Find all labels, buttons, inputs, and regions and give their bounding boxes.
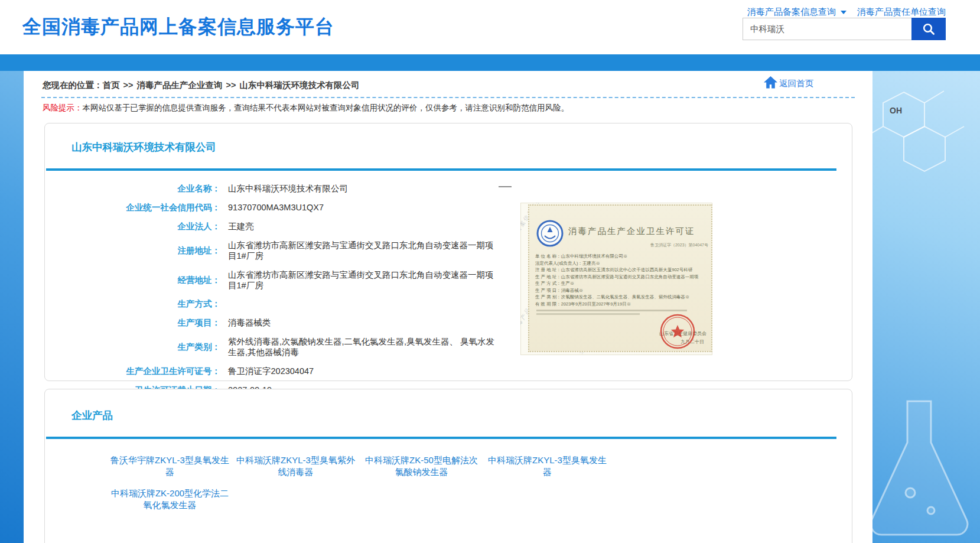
certificate-line-value: 消毒器械※ — [561, 288, 584, 293]
certificate-line-label: 生 产 项 目： — [535, 288, 561, 293]
field-label: 经营地址： — [45, 275, 220, 285]
products-card-title: 企业产品 — [45, 389, 852, 422]
certificate-line-value: 山东省潍坊高新区玉清东街以北中心次干道以西高新大厦902号科研 — [561, 267, 693, 272]
company-fields: 企业名称： 山东中科瑞沃环境技术有限公司 企业统一社会信用代码： 9137070… — [45, 179, 515, 399]
product-link[interactable]: 鲁沃华宇牌ZKYL-3型臭氧发生器 — [107, 454, 233, 478]
certificate-line: 有 效 期 限：2023年9月20日至2027年9月19日※ — [535, 301, 711, 308]
product-link[interactable]: 中科瑞沃牌ZK-200型化学法二氧化氯发生器 — [107, 487, 233, 511]
breadcrumb-prefix: 您现在的位置： — [43, 80, 103, 90]
product-link[interactable]: 中科瑞沃牌ZK-50型电解法次氯酸钠发生器 — [359, 454, 484, 478]
red-seal-icon — [659, 313, 696, 350]
field-row: 生产企业卫生许可证号： 鲁卫消证字202304047 — [45, 362, 515, 381]
breadcrumb-home[interactable]: 首页 — [103, 80, 120, 90]
main-panel: 您现在的位置：首页>>消毒产品生产企业查询>>山东中科瑞沃环境技术有限公司 返回… — [24, 71, 872, 543]
field-value: 鲁卫消证字202304047 — [220, 366, 501, 376]
certificate-line-label: 单 位 名 称： — [535, 253, 561, 259]
certificate-title: 消毒产品生产企业卫生许可证 — [568, 226, 695, 237]
nav-record-info-label: 消毒产品备案信息查询 — [747, 6, 836, 18]
company-card-title: 山东中科瑞沃环境技术有限公司 — [45, 123, 852, 154]
search-button[interactable] — [911, 18, 946, 40]
certificate-line-label: 生 产 地 址： — [535, 274, 561, 279]
certificate-lines: 单 位 名 称：山东中科瑞沃环境技术有限公司※ 法定代表人(或负责人)：王建亮※… — [535, 253, 711, 307]
field-label: 生产项目： — [45, 318, 220, 328]
company-info-card: 山东中科瑞沃环境技术有限公司 企业名称： 山东中科瑞沃环境技术有限公司 企业统一… — [44, 123, 852, 381]
certificate-dash — [499, 186, 512, 187]
field-row: 注册地址： 山东省潍坊市高新区潍安路与宝通街交叉路口东北角自动变速器一期项目1#… — [45, 236, 515, 265]
field-row: 生产项目： 消毒器械类 — [45, 313, 515, 332]
header-band — [0, 54, 980, 71]
certificate-footnote — [536, 313, 640, 315]
field-value: 王建亮 — [220, 221, 501, 232]
field-row: 生产方式： — [45, 295, 515, 313]
product-list: 鲁沃华宇牌ZKYL-3型臭氧发生器 中科瑞沃牌ZKYL-3型臭氧紫外线消毒器 中… — [107, 454, 852, 511]
products-card: 企业产品 鲁沃华宇牌ZKYL-3型臭氧发生器 中科瑞沃牌ZKYL-3型臭氧紫外线… — [44, 389, 852, 543]
field-label: 企业统一社会信用代码： — [45, 203, 220, 213]
field-row: 生产类别： 紫外线消毒器,次氯酸钠发生器,二氧化氯发生器,臭氧发生器、 臭氧水发… — [45, 332, 515, 362]
back-home-label: 返回首页 — [779, 78, 813, 89]
certificate-line: 生 产 类 别：次氯酸钠发生器、二氧化氯发生器、臭氧发生器、紫外线消毒器※ — [535, 294, 711, 301]
risk-notice: 风险提示：本网站仅基于已掌握的信息提供查询服务，查询结果不代表本网站对被查询对象… — [43, 103, 569, 113]
breadcrumb-separator: >> — [123, 80, 134, 90]
home-icon — [763, 76, 778, 89]
breadcrumb: 您现在的位置：首页>>消毒产品生产企业查询>>山东中科瑞沃环境技术有限公司 — [43, 80, 359, 91]
search-input[interactable] — [743, 18, 911, 40]
certificate-line: 单 位 名 称：山东中科瑞沃环境技术有限公司※ — [535, 253, 711, 260]
site-title: 全国消毒产品网上备案信息服务平台 — [22, 14, 334, 40]
certificate-line: 注 册 地 址：山东省潍坊高新区玉清东街以北中心次干道以西高新大厦902号科研 — [535, 266, 711, 274]
certificate-line-label: 生 产 类 别： — [535, 294, 561, 300]
certificate-line-label: 法定代表人(或负责人)： — [535, 261, 582, 266]
section-divider — [46, 437, 836, 439]
search-bar — [743, 18, 946, 40]
field-value: 山东省潍坊市高新区潍安路与宝通街交叉路口东北角自动变速器一期项目1#厂房 — [220, 269, 501, 291]
breadcrumb-company-query[interactable]: 消毒产品生产企业查询 — [136, 80, 222, 90]
certificate-line: 法定代表人(或负责人)：王建亮※ — [535, 260, 711, 267]
molecule-decoration: OH — [868, 74, 972, 193]
product-link[interactable]: 中科瑞沃牌ZKYL-3型臭氧发生器 — [484, 454, 610, 478]
certificate-line-value: 2023年9月20日至2027年9月19日※ — [561, 301, 631, 307]
top-nav: 消毒产品备案信息查询 消毒产品责任单位查询 — [747, 6, 946, 18]
field-label: 生产企业卫生许可证号： — [45, 366, 220, 376]
field-label: 企业名称： — [45, 184, 220, 194]
dashed-divider — [41, 97, 855, 98]
field-value: 山东中科瑞沃环境技术有限公司 — [220, 183, 501, 194]
certificate-image: 全国消毒产品网上备案信息服务平台 全国消毒产品网上备案信息服务平台 全国消毒产品… — [520, 203, 712, 355]
certificate-line: 生 产 项 目：消毒器械※ — [535, 287, 711, 294]
search-icon — [922, 22, 935, 35]
chevron-down-icon — [841, 11, 846, 14]
breadcrumb-current: 山东中科瑞沃环境技术有限公司 — [239, 80, 359, 90]
certificate-number: 鲁卫消证字（2023）第04047号 — [650, 242, 708, 248]
field-label: 企业法人： — [45, 222, 220, 232]
certificate-line-label: 有 效 期 限： — [535, 301, 561, 307]
risk-text: 本网站仅基于已掌握的信息提供查询服务，查询结果不代表本网站对被查询对象信用状况的… — [83, 103, 569, 112]
certificate-line-label: 生 产 方 式： — [535, 281, 561, 286]
certificate-line-value: 生产※ — [561, 281, 575, 286]
field-label: 生产类别： — [45, 342, 220, 352]
nav-responsible-unit-query[interactable]: 消毒产品责任单位查询 — [857, 6, 946, 18]
back-home-link[interactable]: 返回首页 — [763, 76, 813, 89]
certificate-line: 生 产 地 址：山东省潍坊市高新区潍安路与宝通街交叉路口东北角自动变速器一期项 — [535, 274, 711, 281]
field-row: 企业法人： 王建亮 — [45, 217, 515, 236]
certificate-footnote — [536, 310, 687, 311]
risk-label: 风险提示： — [43, 103, 83, 112]
field-value: 紫外线消毒器,次氯酸钠发生器,二氧化氯发生器,臭氧发生器、 臭氧水发生器,其他器… — [220, 336, 501, 357]
emblem-icon — [536, 220, 564, 247]
product-link[interactable]: 中科瑞沃牌ZKYL-3型臭氧紫外线消毒器 — [233, 454, 359, 478]
certificate-line-value: 次氯酸钠发生器、二氧化氯发生器、臭氧发生器、紫外线消毒器※ — [561, 294, 690, 300]
site-header: 全国消毒产品网上备案信息服务平台 消毒产品备案信息查询 消毒产品责任单位查询 — [0, 0, 980, 54]
certificate-paper: 消毒产品生产企业卫生许可证 鲁卫消证字（2023）第04047号 单 位 名 称… — [528, 204, 712, 352]
field-label: 注册地址： — [45, 246, 220, 256]
nav-record-info-query[interactable]: 消毒产品备案信息查询 — [747, 6, 846, 18]
certificate-line: 生 产 方 式：生产※ — [535, 280, 711, 287]
certificate-line-value: 王建亮※ — [582, 261, 600, 266]
certificate-line-value: 山东省潍坊市高新区潍安路与宝通街交叉路口东北角自动变速器一期项 — [561, 274, 699, 279]
molecule-oh-label: OH — [890, 106, 902, 115]
certificate-line-value: 山东中科瑞沃环境技术有限公司※ — [561, 253, 628, 259]
field-value: 消毒器械类 — [220, 317, 501, 328]
breadcrumb-separator: >> — [226, 80, 236, 90]
certificate-line-label: 注 册 地 址： — [535, 267, 561, 272]
field-row: 企业名称： 山东中科瑞沃环境技术有限公司 — [45, 179, 515, 198]
field-label: 生产方式： — [45, 299, 220, 309]
field-value: 山东省潍坊市高新区潍安路与宝通街交叉路口东北角自动变速器一期项目1#厂房 — [220, 240, 501, 261]
field-row: 经营地址： 山东省潍坊市高新区潍安路与宝通街交叉路口东北角自动变速器一期项目1#… — [45, 265, 515, 295]
section-divider — [46, 168, 836, 171]
